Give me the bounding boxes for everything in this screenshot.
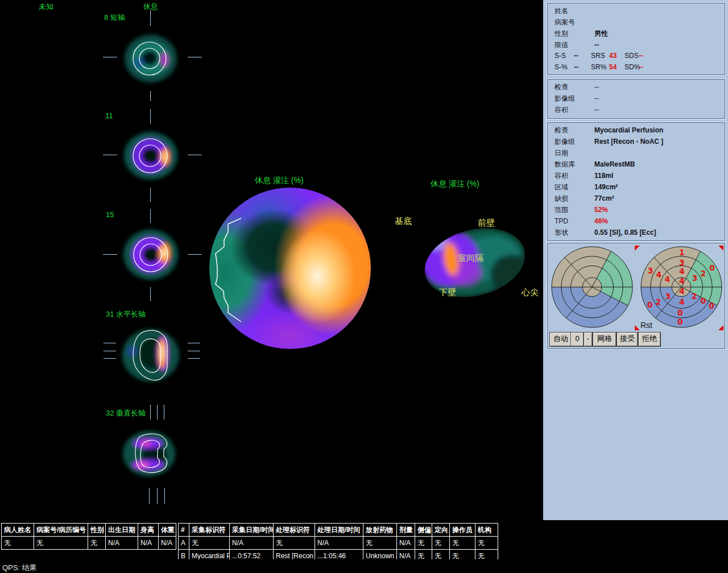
defect-marker-triangle xyxy=(635,246,640,251)
srs-value: 43 xyxy=(609,50,617,61)
shape-label: 形状 xyxy=(555,227,568,238)
tpd-value: 46% xyxy=(594,215,608,227)
ss-value: -- xyxy=(574,50,578,61)
svg-text:4: 4 xyxy=(679,286,685,296)
acquisition-row-a[interactable]: A无 N/A无 N/A无 N/A无 无无 无 xyxy=(179,537,498,550)
s-pct-value: -- xyxy=(574,61,578,73)
area-value: 149cm² xyxy=(594,181,618,193)
zero-button[interactable]: 0 xyxy=(571,333,584,346)
exam-label: 检查 xyxy=(555,81,568,93)
sd-pct-label: SD% xyxy=(624,61,640,73)
svg-text:4: 4 xyxy=(679,267,685,276)
label-basal: 基底 xyxy=(395,216,412,227)
gender-value: 男性 xyxy=(594,28,608,39)
svg-text:0: 0 xyxy=(709,301,714,310)
surface-view-title: 休息 灌注 (%) xyxy=(431,179,479,189)
short-axis-slice-15-image[interactable] xyxy=(108,211,193,297)
patient-info-panel: 姓名 病案号 性别男性 限值-- S-S -- SRS 43 SDS -- S-… xyxy=(547,3,725,75)
svg-text:0: 0 xyxy=(701,296,706,305)
results-sidebar: 姓名 病案号 性别男性 限值-- S-S -- SRS 43 SDS -- S-… xyxy=(543,0,728,520)
database-value: MaleRestMB xyxy=(594,159,635,170)
database-label: 数据库 xyxy=(555,159,575,170)
acquisition-table-header: #采集标识符 采集日期/时间处理标识符 处理日期/时间放射药物 剂量侧偏 定向操… xyxy=(179,524,498,537)
unknown-label: 未知 xyxy=(39,2,53,12)
svg-text:0: 0 xyxy=(677,317,683,326)
exam-value: -- xyxy=(594,81,599,93)
image-group-label: 影像组 xyxy=(555,136,575,147)
status-bar: QPS: 结果 xyxy=(2,563,37,573)
territory-bullseye-map[interactable] xyxy=(550,245,634,329)
perfusion-result-panel: 检查Myocardial Perfusion 影像组Rest [Recon - … xyxy=(547,122,725,241)
volume-value: -- xyxy=(594,104,599,115)
patient-table: 病人姓名病案号/病历编号 性别出生日期 身高体重 无无 无N/A N/AN/A xyxy=(1,523,176,550)
gender-label: 性别 xyxy=(555,28,568,39)
exam-value: Myocardial Perfusion xyxy=(594,124,663,136)
limit-value: -- xyxy=(594,39,599,51)
case-number-label: 病案号 xyxy=(555,16,575,28)
grid-button[interactable]: 网格 xyxy=(593,333,616,346)
volume-label: 容积 xyxy=(555,104,568,115)
ss-label: S-S xyxy=(555,50,566,61)
svg-text:2: 2 xyxy=(692,292,697,301)
sd-pct-value: -- xyxy=(639,61,643,73)
defect-marker-triangle xyxy=(635,325,640,330)
svg-text:4: 4 xyxy=(656,270,662,279)
srs-label: SRS xyxy=(591,50,605,61)
acquisition-table-clip: #采集标识符 采集日期/时间处理标识符 处理日期/时间放射药物 剂量侧偏 定向操… xyxy=(178,523,499,559)
shape-value: 0.55 [SI], 0.85 [Ecc] xyxy=(594,227,656,238)
svg-text:4: 4 xyxy=(679,276,685,285)
label-apex: 心尖 xyxy=(522,287,539,298)
svg-text:2: 2 xyxy=(701,269,706,278)
accept-button[interactable]: 接受 xyxy=(617,333,638,346)
minus-button[interactable]: - xyxy=(584,333,592,346)
image-group-value: -- xyxy=(594,93,599,104)
sds-label: SDS xyxy=(624,50,639,61)
bullseye-panel: 1 3 3 4 4 4 4 0 2 3 4 3 2 0 4 2 0 0 0 0 xyxy=(547,243,725,349)
svg-text:4: 4 xyxy=(679,297,685,306)
extent-value: 52% xyxy=(594,204,608,215)
sds-value: -- xyxy=(639,50,643,61)
label-septum: 室间隔 xyxy=(458,253,483,264)
sr-pct-label: SR% xyxy=(591,61,606,73)
extent-label: 范围 xyxy=(555,204,568,215)
svg-text:3: 3 xyxy=(679,258,685,267)
tpd-label: TPD xyxy=(555,215,568,227)
svg-text:4: 4 xyxy=(664,275,670,284)
svg-text:3: 3 xyxy=(692,273,698,283)
defect-marker-triangle xyxy=(718,325,723,330)
svg-text:3: 3 xyxy=(648,266,653,275)
image-group-label: 影像组 xyxy=(555,93,575,104)
reject-button[interactable]: 拒绝 xyxy=(639,333,660,346)
volume-label: 容积 xyxy=(555,170,568,181)
date-label: 日期 xyxy=(555,147,568,159)
label-inferior-wall: 下壁 xyxy=(439,287,456,298)
acquisition-table: #采集标识符 采集日期/时间处理标识符 处理日期/时间放射药物 剂量侧偏 定向操… xyxy=(178,523,498,559)
qps-application-window: 未知 休息 8 短轴 11 15 31 水平长轴 32 垂直长轴 xyxy=(0,0,728,573)
horizontal-long-axis-slice-image[interactable] xyxy=(108,313,193,398)
svg-text:0: 0 xyxy=(709,263,715,272)
image-group-value: Rest [Recon - NoAC ] xyxy=(594,136,663,147)
svg-text:0: 0 xyxy=(647,300,653,309)
acquisition-row-b[interactable]: BMyocardial Pe ...0:57:52Rest [Recon ...… xyxy=(179,550,498,560)
patient-table-header: 病人姓名病案号/病历编号 性别出生日期 身高体重 xyxy=(2,524,176,537)
label-anterior-wall: 前壁 xyxy=(478,218,495,229)
svg-text:0: 0 xyxy=(677,308,683,317)
defect-label: 缺损 xyxy=(555,193,568,204)
rest-score-bullseye-map[interactable]: 1 3 3 4 4 4 4 0 2 3 4 3 2 0 4 2 0 0 0 0 xyxy=(639,245,723,329)
rest-map-label: Rst xyxy=(640,321,652,330)
limit-label: 限值 xyxy=(555,39,568,51)
polar-map-defect-contour xyxy=(209,188,371,349)
patient-table-row[interactable]: 无无 无N/A N/AN/A xyxy=(2,537,176,550)
svg-text:2: 2 xyxy=(656,297,661,306)
name-label: 姓名 xyxy=(555,5,568,16)
polar-map-title: 休息 灌注 (%) xyxy=(255,176,304,186)
short-axis-slice-8-image[interactable] xyxy=(108,14,193,99)
auto-button[interactable]: 自动 xyxy=(550,333,572,346)
rest-column-label: 休息 xyxy=(143,2,158,12)
short-axis-slice-11-image[interactable] xyxy=(108,112,193,197)
sr-pct-value: 54 xyxy=(609,61,617,73)
area-label: 区域 xyxy=(555,181,568,193)
defect-marker-triangle xyxy=(718,246,723,251)
defect-value: 77cm² xyxy=(594,193,614,204)
vertical-long-axis-slice-image[interactable] xyxy=(108,409,193,495)
